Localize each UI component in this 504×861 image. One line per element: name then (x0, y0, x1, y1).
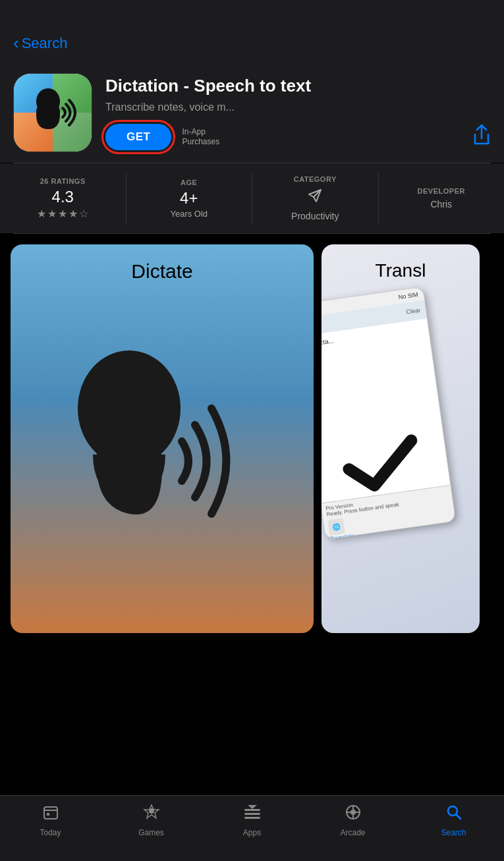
star-3: ★ (58, 208, 67, 220)
screenshots-section: Dictate Transl No SIM Clear (0, 234, 504, 642)
tab-arcade[interactable]: Arcade (302, 804, 403, 837)
today-icon (42, 804, 59, 825)
ratings-stars: ★ ★ ★ ★ ☆ (37, 208, 88, 220)
tab-today[interactable]: Today (0, 804, 101, 837)
screenshot-2: Transl No SIM Clear My dicta... Pro Vers… (322, 244, 480, 633)
screenshot-1: Dictate (11, 244, 314, 633)
app-title: Dictation - Speech to text (105, 76, 491, 96)
age-value: 4+ (180, 190, 198, 206)
svg-rect-6 (244, 809, 260, 811)
svg-rect-8 (244, 817, 260, 819)
stat-developer: DEVELOPER Chris (379, 173, 505, 224)
ratings-value: 4.3 (52, 189, 74, 205)
app-text-section: Dictation - Speech to text Transcribe no… (105, 73, 491, 150)
category-label-header: CATEGORY (294, 175, 337, 183)
svg-rect-2 (44, 807, 57, 819)
apps-icon (243, 804, 262, 825)
developer-label-header: DEVELOPER (418, 187, 465, 195)
back-label: Search (22, 35, 68, 52)
arcade-icon (345, 804, 362, 825)
get-button[interactable]: GET (105, 124, 171, 150)
stat-ratings: 26 RATINGS 4.3 ★ ★ ★ ★ ☆ (0, 173, 126, 224)
tab-arcade-label: Arcade (340, 828, 365, 837)
app-icon (13, 73, 92, 152)
tab-games-label: Games (138, 828, 164, 837)
svg-point-5 (149, 808, 154, 814)
screenshot-2-title: Transl (322, 260, 480, 281)
app-actions: GET In-AppPurchases (105, 124, 491, 150)
star-4: ★ (69, 208, 78, 220)
share-button[interactable] (472, 124, 491, 150)
tab-search-label: Search (441, 828, 466, 837)
app-subtitle: Transcribe notes, voice m... (105, 101, 491, 113)
svg-point-10 (350, 810, 356, 815)
in-app-purchases-label: In-AppPurchases (182, 127, 219, 148)
star-5: ☆ (79, 208, 88, 220)
ratings-label: 26 RATINGS (40, 177, 86, 185)
app-info-section: Dictation - Speech to text Transcribe no… (0, 60, 504, 163)
games-icon (143, 804, 160, 825)
svg-rect-7 (244, 813, 260, 815)
age-sub: Years Old (170, 209, 208, 219)
dictate-illustration (11, 302, 314, 633)
tab-bar: Today Games Apps (0, 795, 504, 861)
tab-today-label: Today (40, 828, 61, 837)
svg-rect-4 (47, 813, 49, 816)
category-icon (306, 187, 323, 208)
stat-age: AGE 4+ Years Old (126, 173, 253, 224)
developer-value: Chris (430, 199, 452, 209)
tab-search[interactable]: Search (403, 804, 504, 837)
tab-apps-label: Apps (243, 828, 261, 837)
stats-bar: 26 RATINGS 4.3 ★ ★ ★ ★ ☆ AGE 4+ Years Ol… (0, 163, 504, 233)
tab-games[interactable]: Games (101, 804, 202, 837)
stat-category: CATEGORY Productivity (252, 173, 379, 224)
category-value: Productivity (291, 211, 339, 221)
svg-line-16 (456, 814, 461, 819)
screenshot-1-title: Dictate (131, 260, 192, 283)
star-2: ★ (47, 208, 57, 220)
star-1: ★ (37, 208, 46, 220)
tab-apps[interactable]: Apps (202, 804, 302, 837)
back-chevron-icon: ‹ (13, 33, 19, 53)
back-button[interactable]: ‹ Search (13, 33, 67, 53)
header: ‹ Search (0, 0, 504, 60)
search-icon (445, 804, 462, 825)
age-label: AGE (181, 179, 197, 186)
